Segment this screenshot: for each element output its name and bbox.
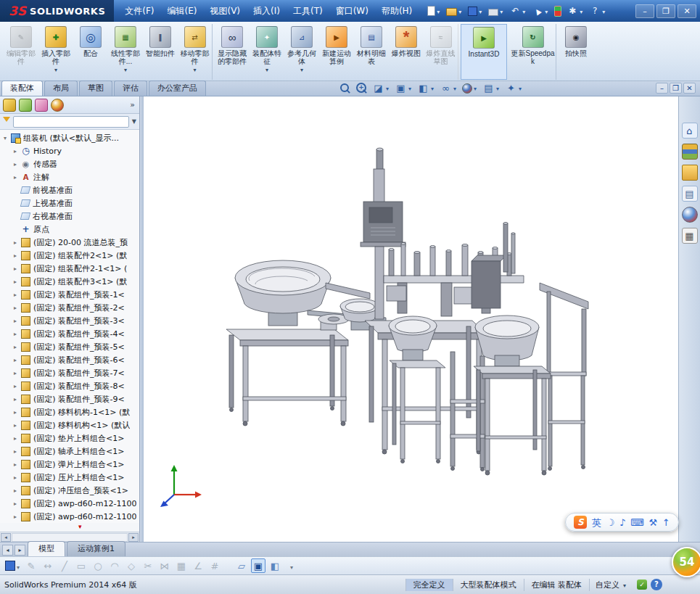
move-component-button[interactable]: 移动零部件 [178, 24, 213, 80]
tree-item-annotations[interactable]: ▸注解 [0, 170, 139, 183]
filter-dropdown-icon[interactable]: ▼ [132, 118, 136, 125]
tree-scroll-more-indicator[interactable]: ▾ [0, 523, 139, 532]
tree-item-component[interactable]: ▸(固定) 装配组件_预装-5< [0, 340, 139, 353]
scroll-right-icon[interactable]: ▸ [128, 533, 139, 542]
tree-item-sensors[interactable]: ▸传感器 [0, 157, 139, 170]
show-hidden-components-button[interactable]: 显示隐藏的零部件 [215, 24, 250, 80]
display-relations-icon[interactable]: ∠ [191, 558, 205, 573]
tree-item-component[interactable]: ▸(固定) 装配组件_预装-9< [0, 392, 139, 405]
tree-item-component[interactable]: ▸(固定) 轴承上料组合<1> [0, 445, 139, 458]
model-tab-scroll-left[interactable]: ◂ [2, 545, 13, 556]
expand-arrow-icon[interactable]: ▸ [14, 396, 21, 403]
graphics-viewport[interactable] [144, 96, 678, 542]
ime-sync-icon[interactable]: ↑ [662, 518, 670, 527]
insert-components-button[interactable]: 插入零部件 [38, 24, 73, 80]
tree-item-history[interactable]: ▸History [0, 144, 139, 157]
save-icon[interactable] [466, 5, 485, 17]
expand-arrow-icon[interactable]: ▸ [14, 265, 21, 272]
mirror-entities-icon[interactable]: ⋈ [157, 558, 172, 573]
floating-assistant-ball[interactable]: 54 [672, 547, 700, 577]
expand-arrow-icon[interactable]: ▸ [14, 461, 21, 468]
line-icon[interactable]: ╱ [57, 558, 72, 573]
tree-item-component[interactable]: ▸(固定) 组装配件2<1> (默 [0, 249, 139, 262]
tree-item-component[interactable]: ▸(固定) 移料机构<1> (默认 [0, 418, 139, 432]
status-customize-dropdown[interactable]: 自定义 [589, 579, 633, 591]
display-style-icon[interactable]: ◧ [416, 82, 436, 94]
exploded-view-button[interactable]: 爆炸视图 [389, 24, 424, 80]
tree-filter-input[interactable] [13, 116, 129, 128]
tree-item-component[interactable]: ▸(固定) 装配组件_预装-7< [0, 366, 139, 379]
section-view-icon[interactable]: ◪ [371, 82, 391, 94]
dropdown-arrow-icon[interactable] [457, 7, 463, 16]
expand-arrow-icon[interactable]: ▸ [14, 239, 21, 246]
dropdown-arrow-icon[interactable] [495, 83, 501, 93]
expand-arrow-icon[interactable]: ▸ [14, 161, 21, 168]
options-icon[interactable]: ✱ [565, 4, 585, 18]
tree-item-component[interactable]: ▸(固定) 装配组件_预装-2< [0, 301, 139, 314]
expand-arrow-icon[interactable]: ▸ [14, 357, 21, 363]
scroll-left-icon[interactable]: ◂ [1, 533, 11, 542]
tree-item-component[interactable]: ▸(固定) 组装配件3<1> (默 [0, 275, 139, 288]
dropdown-arrow-icon[interactable] [498, 7, 504, 16]
dropdown-arrow-icon[interactable] [521, 7, 527, 16]
expand-arrow-icon[interactable]: ▸ [14, 148, 21, 154]
save-icon[interactable] [4, 558, 22, 573]
design-library-icon[interactable] [682, 144, 698, 160]
dropdown-arrow-icon[interactable] [123, 65, 128, 74]
menu-view[interactable]: 视图(V) [203, 0, 247, 22]
ime-voice-icon[interactable]: ♪ [619, 518, 625, 527]
dropdown-arrow-icon[interactable] [15, 561, 21, 572]
view-shaded-icon[interactable]: ◧ [268, 558, 282, 573]
ime-keyboard-icon[interactable]: ⌨ [630, 518, 644, 527]
dropdown-arrow-icon[interactable] [53, 65, 59, 74]
zoom-area-icon[interactable] [355, 82, 368, 94]
trim-entities-icon[interactable]: ✂ [141, 558, 155, 573]
expand-arrow-icon[interactable]: ▸ [14, 305, 21, 311]
expand-arrow-icon[interactable]: ▸ [14, 292, 21, 298]
tab-sketch[interactable]: 草图 [79, 81, 112, 96]
expand-arrow-icon[interactable]: ▸ [14, 487, 21, 494]
reference-geometry-button[interactable]: 参考几何体 [284, 24, 319, 80]
tab-evaluate[interactable]: 评估 [114, 81, 147, 96]
tree-item-front-plane[interactable]: 前视基准面 [0, 183, 139, 197]
polygon-icon[interactable]: ◇ [124, 558, 139, 573]
dropdown-arrow-icon[interactable] [452, 83, 458, 93]
expand-arrow-icon[interactable]: ▸ [14, 252, 21, 259]
tree-root-assembly[interactable]: ▾组装机 (默认<默认_显示... [0, 131, 139, 144]
sogou-logo[interactable]: S [574, 516, 587, 529]
view-orientation-icon[interactable]: ▣ [394, 82, 413, 94]
hide-show-items-icon[interactable]: ∞ [439, 82, 458, 94]
expand-arrow-icon[interactable]: ▸ [14, 370, 21, 376]
propertymanager-tab-icon[interactable] [19, 99, 32, 112]
scrollbar-track[interactable] [12, 533, 128, 542]
help-icon[interactable]: ? [588, 4, 608, 18]
zoom-fit-icon[interactable] [338, 82, 352, 94]
dropdown-arrow-icon[interactable] [472, 83, 478, 93]
sketch-icon[interactable]: ✎ [24, 558, 38, 573]
expand-arrow-icon[interactable]: ▸ [14, 513, 21, 520]
expand-arrow-icon[interactable]: ▸ [14, 448, 21, 455]
view-settings-icon[interactable]: ✦ [504, 82, 524, 94]
explode-line-sketch-button[interactable]: 爆炸直线草图 [424, 24, 458, 80]
doc-minimize-icon[interactable]: – [656, 83, 668, 94]
featuremanager-tab-icon[interactable] [3, 99, 16, 112]
new-document-icon[interactable] [426, 4, 442, 17]
appearances-scenes-icon[interactable] [682, 207, 698, 223]
take-snapshot-button[interactable]: 拍快照 [559, 24, 593, 80]
view-wireframe-icon[interactable]: ▱ [234, 558, 249, 573]
apply-scene-icon[interactable]: ▤ [482, 82, 501, 94]
dropdown-arrow-icon[interactable] [429, 83, 435, 93]
menu-tools[interactable]: 工具(T) [287, 0, 329, 22]
dropdown-arrow-icon[interactable] [517, 83, 523, 93]
select-icon[interactable] [530, 4, 551, 18]
dropdown-arrow-icon[interactable] [289, 561, 295, 572]
update-speedpak-button[interactable]: 更新Speedpak [510, 24, 556, 80]
tree-item-component[interactable]: ▸(固定) 移料机构-1<1> (默 [0, 405, 139, 418]
tree-item-component[interactable]: ▸(固定) awp-d60-m12-1100 [0, 510, 139, 523]
arc-icon[interactable]: ◠ [107, 558, 122, 573]
expand-arrow-icon[interactable]: ▸ [14, 279, 21, 285]
tab-office-products[interactable]: 办公室产品 [149, 81, 206, 96]
tree-item-origin[interactable]: 原点 [0, 223, 139, 236]
menu-window[interactable]: 窗口(W) [329, 0, 375, 22]
linear-sketch-pattern-icon[interactable]: ▦ [174, 558, 189, 573]
